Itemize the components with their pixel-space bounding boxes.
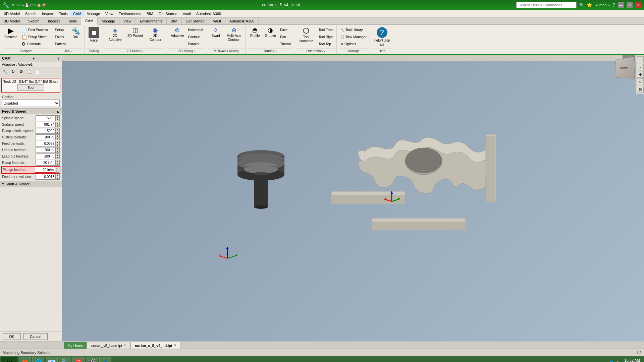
- search-icon[interactable]: 🔍: [579, 3, 584, 7]
- cam-tool-4[interactable]: 📋: [25, 68, 33, 75]
- help-tutorials-button[interactable]: ? Help/Tutorials: [372, 26, 392, 48]
- cutting-feedrate-input[interactable]: [36, 134, 56, 140]
- spindle-speed-spinner[interactable]: ▲ ▼: [56, 115, 60, 121]
- swarf-button[interactable]: ◊ Swarf: [208, 26, 223, 48]
- menu-more[interactable]: ···: [224, 11, 232, 16]
- 2d-pocket-button[interactable]: ◫ 2D Pocket: [126, 26, 145, 48]
- tool-library-button[interactable]: 🔧 Tool Library: [339, 26, 368, 33]
- tab-corian-lid[interactable]: corian_c_5_v4_lid.ipt ✕: [130, 342, 180, 349]
- horizontal-button[interactable]: Horizontal: [186, 26, 205, 33]
- menu-view[interactable]: View: [103, 11, 116, 16]
- plunge-feedrate-spinner[interactable]: ▲ ▼: [55, 167, 59, 173]
- viewcube[interactable]: HOME: [614, 58, 634, 78]
- plunge-feedrate-input[interactable]: [35, 167, 55, 173]
- menu-environments[interactable]: Environments: [116, 11, 144, 16]
- tab-inspect[interactable]: Inspect: [44, 17, 64, 24]
- coolant-select[interactable]: Disabled Flood Mist Air: [2, 100, 60, 107]
- part-button[interactable]: Part: [278, 34, 292, 40]
- close-button[interactable]: ✕: [635, 2, 641, 8]
- system-clock[interactable]: 10:52 AM 12/27/2015: [622, 358, 640, 362]
- lead-in-feedrate-spinner[interactable]: ▲ ▼: [56, 147, 60, 153]
- spindle-speed-input[interactable]: [36, 115, 56, 121]
- ramp-spindle-speed-spinner[interactable]: ▲ ▼: [56, 128, 60, 134]
- profile-button[interactable]: ◓ Profile: [248, 26, 262, 48]
- feed-per-tooth-spinner[interactable]: ▲ ▼: [56, 141, 60, 146]
- tab-autodesk360[interactable]: Autodesk A360: [225, 17, 259, 24]
- taskbar-gimp[interactable]: 🐟: [99, 357, 111, 362]
- tray-volume[interactable]: 🔊: [615, 361, 619, 362]
- cam-tool-1[interactable]: 🔧: [1, 68, 9, 75]
- pattern-button[interactable]: Pattern: [53, 41, 67, 47]
- tool-right-button[interactable]: Tool Right: [317, 34, 335, 40]
- menu-tools[interactable]: Tools: [56, 11, 70, 16]
- viewcube-face[interactable]: HOME: [615, 57, 635, 79]
- ramp-feedrate-spinner[interactable]: ▲ ▼: [56, 160, 60, 166]
- tab-close-lid[interactable]: ✕: [174, 344, 176, 347]
- tab-close-base[interactable]: ✕: [123, 344, 126, 347]
- face-turn-button[interactable]: Face: [278, 26, 292, 33]
- folder-button[interactable]: Folder: [53, 34, 67, 40]
- vp-pan[interactable]: ✥: [637, 71, 644, 78]
- tab-my-home[interactable]: My Home: [64, 342, 87, 349]
- tool-isometric-button[interactable]: ⬡ Tool Isometric: [296, 26, 316, 48]
- taskbar-calendar[interactable]: 📅: [72, 357, 85, 362]
- feed-per-rev-spinner[interactable]: ▲ ▼: [56, 174, 60, 180]
- tool-button[interactable]: Tool: [17, 84, 44, 90]
- generate-button[interactable]: ⚙ Generate: [20, 41, 50, 47]
- lead-out-feedrate-input[interactable]: [36, 154, 56, 159]
- vp-fit[interactable]: ⊡: [637, 86, 644, 93]
- vp-zoom-out[interactable]: -: [637, 64, 644, 70]
- cutting-feedrate-spinner[interactable]: ▲ ▼: [56, 134, 60, 140]
- tab-3dmodel[interactable]: 3D Model: [0, 17, 24, 24]
- menu-sketch[interactable]: Sketch: [22, 11, 39, 16]
- surface-speed-input[interactable]: [36, 122, 56, 127]
- start-button[interactable]: ⊞: [1, 357, 17, 362]
- tab-corian-base[interactable]: corian_v5_base.ipt ✕: [87, 342, 130, 349]
- tab-cam[interactable]: CAM: [81, 17, 98, 25]
- menu-cam[interactable]: CAM: [70, 11, 84, 16]
- menu-3dmodel[interactable]: 3D Model: [1, 11, 22, 16]
- ramp-spindle-speed-input[interactable]: [36, 128, 56, 134]
- cam-tool-2[interactable]: ↻: [9, 68, 17, 75]
- groove-button[interactable]: ◑ Groove: [263, 26, 278, 48]
- lead-in-feedrate-input[interactable]: [36, 147, 56, 153]
- tab-bim[interactable]: BIM: [167, 17, 182, 24]
- viewport[interactable]: — □ HOME: [62, 55, 644, 341]
- menu-autodesk360[interactable]: Autodesk A360: [194, 11, 224, 16]
- taskbar-firefox[interactable]: 🦊: [19, 357, 31, 362]
- taskbar-inventor[interactable]: 🔧: [59, 357, 71, 362]
- ramp-feedrate-input[interactable]: [36, 160, 56, 166]
- cam-dropdown-arrow[interactable]: ▾: [33, 57, 35, 60]
- minimize-button[interactable]: —: [618, 2, 624, 8]
- post-process-button[interactable]: 📄 Post Process: [20, 26, 50, 33]
- task-manager-button[interactable]: 📋 Task Manager: [339, 34, 368, 40]
- taskbar-outlook[interactable]: 📧: [46, 357, 58, 362]
- help-icon[interactable]: ?: [612, 2, 615, 8]
- surface-speed-spinner[interactable]: ▲ ▼: [56, 122, 60, 127]
- menu-bim[interactable]: BIM: [144, 11, 156, 16]
- setup-sheet-button[interactable]: 📋 Setup Sheet: [20, 34, 50, 40]
- feed-per-tooth-input[interactable]: [36, 141, 56, 146]
- taskbar-vlc[interactable]: 🎬: [86, 357, 98, 362]
- tab-sketch[interactable]: Sketch: [24, 17, 44, 24]
- 2d-adaptive-button[interactable]: ◈ 2D Adaptive: [105, 26, 125, 48]
- cam-tool-3[interactable]: ⚙: [17, 68, 25, 75]
- vp-zoom-in[interactable]: +: [637, 56, 644, 63]
- menu-manage[interactable]: Manage: [84, 11, 103, 16]
- thread-button[interactable]: Thread: [278, 41, 292, 47]
- cancel-button[interactable]: Cancel: [23, 333, 48, 340]
- tab-manage[interactable]: Manage: [98, 17, 119, 24]
- simulate-button[interactable]: ▶ Simulate: [3, 26, 19, 48]
- parallel-button[interactable]: Parallel: [186, 41, 205, 47]
- 2d-contour-button[interactable]: ◉ 2D Contour: [145, 26, 165, 48]
- tab-environments[interactable]: Environments: [136, 17, 167, 24]
- ok-button[interactable]: OK: [3, 333, 21, 340]
- taskbar-chrome[interactable]: 🌐: [32, 357, 44, 362]
- setup-button[interactable]: Setup: [53, 26, 67, 33]
- tab-vault[interactable]: Vault: [209, 17, 225, 24]
- tray-arrow[interactable]: ▲: [605, 361, 608, 362]
- options-button[interactable]: ⚙ Options: [339, 41, 368, 47]
- search-input[interactable]: [516, 2, 577, 8]
- shaft-holder-section[interactable]: ≡ Shaft & Holder: [0, 181, 62, 187]
- tool-front-button[interactable]: Tool Front: [317, 26, 335, 33]
